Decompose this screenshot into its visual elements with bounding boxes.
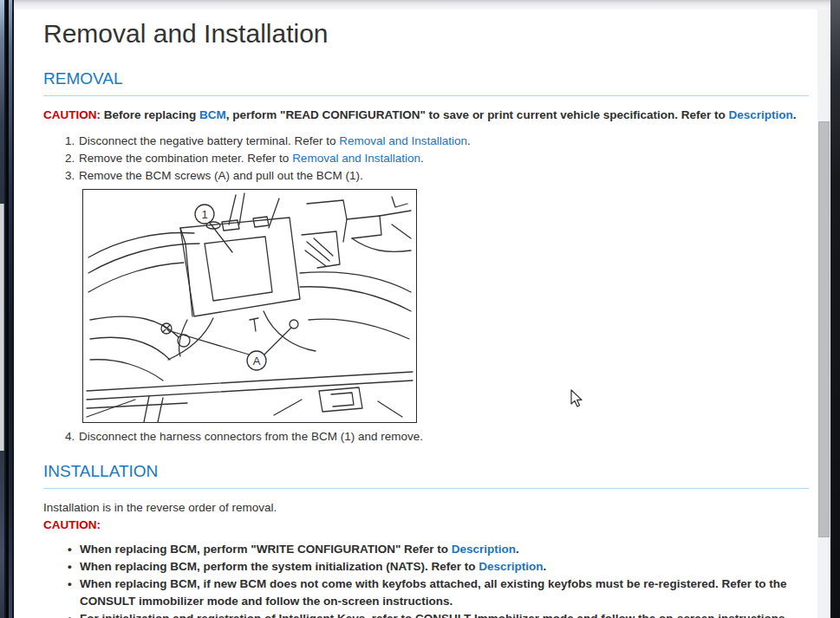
removal-steps-list: 1. Disconnect the negative battery termi… (43, 133, 809, 185)
removal-section-heading: REMOVAL (43, 68, 809, 96)
caution-label: CAUTION: (43, 518, 101, 531)
step-text: Remove the BCM screws (A) and pull out t… (79, 167, 809, 185)
step-text: Disconnect the negative battery terminal… (79, 133, 809, 150)
step-number: 3. (65, 167, 79, 185)
installation-section-heading: INSTALLATION (43, 461, 809, 489)
bullet-marker: • (68, 541, 80, 558)
caution-text-end: . (793, 108, 797, 121)
installation-intro: Installation is in the reverse order of … (43, 499, 809, 517)
step-3: 3. Remove the BCM screws (A) and pull ou… (43, 167, 809, 185)
bullet-item-1: • When replacing BCM, perform "WRITE CON… (43, 541, 809, 558)
step-text: Disconnect the harness connectors from t… (79, 428, 809, 446)
caution-label: CAUTION: (43, 108, 101, 121)
bullet-marker: • (68, 610, 80, 618)
description-link[interactable]: Description (479, 560, 543, 573)
description-link[interactable]: Description (728, 108, 792, 121)
caution-text-2: , perform "READ CONFIGURATION" to save o… (226, 108, 729, 121)
right-window-edge (830, 0, 840, 618)
step-2: 2. Remove the combination meter. Refer t… (43, 150, 809, 167)
removal-installation-link[interactable]: Removal and Installation (339, 134, 467, 147)
step-1: 1. Disconnect the negative battery termi… (43, 133, 809, 150)
bullet-text: When replacing BCM, perform "WRITE CONFI… (80, 541, 809, 558)
removal-caution: CAUTION: Before replacing BCM, perform "… (43, 107, 809, 124)
browser-chrome-bottom-bar (14, 0, 830, 10)
caution-text: Before replacing (101, 108, 199, 121)
bullet-text: For initialization and registration of I… (80, 610, 809, 618)
step-text: Remove the combination meter. Refer to R… (79, 150, 809, 167)
removal-installation-link[interactable]: Removal and Installation (292, 152, 420, 165)
installation-caution-label-line: CAUTION: (43, 517, 809, 534)
bullet-marker: • (68, 558, 80, 576)
bullet-item-3: • When replacing BCM, if new BCM does no… (43, 576, 809, 610)
step-4: 4. Disconnect the harness connectors fro… (43, 428, 809, 446)
page-title: Removal and Installation (43, 18, 809, 49)
vertical-scrollbar-thumb[interactable] (818, 121, 830, 537)
bullet-text: When replacing BCM, perform the system i… (80, 558, 809, 576)
figure-callout-a: A (253, 355, 261, 368)
vertical-scrollbar-track[interactable] (817, 10, 830, 618)
step-number: 4. (65, 428, 79, 446)
step-number: 2. (65, 150, 79, 167)
bullet-text: When replacing BCM, if new BCM does not … (80, 576, 809, 610)
document-content: Removal and Installation REMOVAL CAUTION… (14, 10, 817, 618)
step-number: 1. (65, 133, 79, 150)
removal-step-4-wrap: 4. Disconnect the harness connectors fro… (43, 428, 809, 446)
bcm-link[interactable]: BCM (199, 108, 226, 121)
bcm-location-figure: 1 A (82, 189, 417, 423)
bullet-item-4: • For initialization and registration of… (43, 610, 809, 618)
installation-bullet-list: • When replacing BCM, perform "WRITE CON… (43, 541, 809, 618)
background-window-scrollbar (0, 204, 4, 451)
bullet-marker: • (68, 576, 80, 610)
bullet-item-2: • When replacing BCM, perform the system… (43, 558, 809, 576)
description-link[interactable]: Description (452, 543, 516, 556)
figure-callout-1: 1 (201, 208, 207, 221)
